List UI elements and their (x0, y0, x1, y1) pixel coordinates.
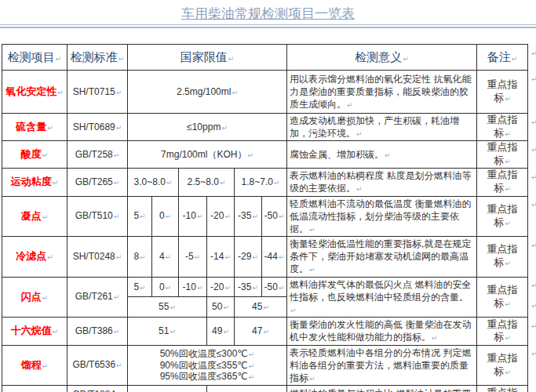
table-row: 馏程 GB/T6536 50%回收温度≤300℃ 90%回收温度≤355℃ 95… (2, 345, 536, 386)
table-row: 酸度 GB/T258 7mg/100ml（KOH） 腐蚀金属、增加积碳。 重点指… (2, 141, 536, 169)
row-cetane-label: 十六烷值 (2, 318, 67, 345)
row-pourpoint-limit-5: -35 (235, 196, 262, 237)
row-flashpoint-grade-1: 5 (128, 277, 152, 297)
row-oxidation-limit: 2.5mg/100ml (128, 71, 287, 114)
row-oxidation-label: 氧化安定性 (2, 71, 67, 114)
row-distillation-standard: GB/T6536 (67, 345, 128, 386)
row-cetane-remark: 重点指标 (477, 318, 528, 345)
row-cfpp-limit-3: -5 (179, 237, 207, 278)
row-acidity-remark: 重点指标 (477, 141, 528, 169)
row-acidity-meaning: 腐蚀金属、增加积碳。 (287, 141, 477, 169)
row-flashpoint-limit-1: 55 (128, 297, 207, 318)
row-flashpoint-grade-4: -20 (207, 277, 235, 297)
row-viscosity-limit-1: 3.0~8.0 (128, 169, 179, 196)
row-cfpp-limit-1: 8 (128, 237, 152, 278)
col-header-meaning: 检测意义 (287, 45, 477, 71)
diesel-test-table: 检测项目 检测标准 国家限值 检测意义 备注 氧化安定性 SH/T0715 2.… (2, 44, 536, 392)
row-pourpoint-remark: 重点指标 (477, 196, 528, 237)
row-cetane-meaning: 衡量柴油的发火性能的高低 衡量柴油在发动机中发火性能和做功能力的指标。 (287, 318, 477, 345)
row-sulfur-limit: ≤10ppm (128, 114, 287, 141)
row-viscosity-limit-3: 1.8~7.0 (235, 169, 287, 196)
row-cetane-standard: GB/T386 (67, 318, 128, 345)
table-row: 凝点 GB/T510 5 0 -10 -20 -35 -50 轻质燃料油不流动的… (2, 196, 536, 237)
row-viscosity-meaning: 表示燃料油的粘稠程度 粘度是划分燃料油等级的主要依据。 (287, 169, 477, 196)
end-of-row-mark (528, 169, 536, 196)
row-pourpoint-limit-6: -50 (262, 196, 287, 237)
table-row: 密度 GB/T1884 GB/T1885 810~850 790~840 燃料油… (2, 386, 536, 392)
col-header-limit: 国家限值 (128, 45, 287, 71)
row-flashpoint-limit-2: 50 (207, 297, 235, 318)
end-of-row-mark (528, 318, 536, 345)
row-distillation-limit: 50%回收温度≤300℃ 90%回收温度≤355℃ 95%回收温度≤365℃ (128, 345, 287, 386)
row-viscosity-limit-2: 2.5~8.0 (179, 169, 235, 196)
row-cfpp-limit-6: -44 (262, 237, 287, 278)
row-cfpp-limit-4: -14 (207, 237, 235, 278)
row-viscosity-label: 运动粘度 (2, 169, 67, 196)
end-of-row-mark (528, 277, 536, 297)
row-pourpoint-label: 凝点 (2, 196, 67, 237)
row-flashpoint-label: 闪点 (2, 277, 67, 318)
row-sulfur-meaning: 造成发动机磨损加快，产生积碳，耗油增加，污染环境。 (287, 114, 477, 141)
row-density-limit-1: 810~850 (128, 386, 207, 392)
end-of-row-mark (528, 45, 536, 71)
title-divider (0, 24, 536, 28)
row-density-label: 密度 (2, 386, 67, 392)
row-cfpp-standard: SH/T0248 (67, 237, 128, 278)
row-distillation-remark: 重点指标 (477, 345, 528, 386)
row-cfpp-label: 冷滤点 (2, 237, 67, 278)
row-pourpoint-limit-4: -20 (207, 196, 235, 237)
row-viscosity-standard: GB/T265 (67, 169, 128, 196)
row-density-remark: 重点指标 (477, 386, 528, 392)
row-flashpoint-grade-5: -35 (235, 277, 262, 297)
row-flashpoint-meaning: 燃料油挥发气体的最低闪火点 燃料油的安全性指标，也反映燃料油中轻质组分的含量。 (287, 277, 477, 318)
row-cfpp-meaning: 衡量轻柴油低温性能的重要指标,就是在规定条件下，柴油开始堵塞发动机滤网的最高温度… (287, 237, 477, 278)
row-flashpoint-grade-2: 0 (152, 277, 179, 297)
row-acidity-limit: 7mg/100ml（KOH） (128, 141, 287, 169)
col-header-item: 检测项目 (2, 45, 67, 71)
end-of-row-mark (528, 196, 536, 237)
row-viscosity-remark: 重点指标 (477, 169, 528, 196)
row-acidity-label: 酸度 (2, 141, 67, 169)
end-of-row-mark (528, 141, 536, 169)
row-oxidation-standard: SH/T0715 (67, 71, 128, 114)
row-pourpoint-standard: GB/T510 (67, 196, 128, 237)
row-sulfur-standard: SH/T0689 (67, 114, 128, 141)
row-density-meaning: 燃料油的质量与体积之比 燃料油计量的重要依据，也是衡量燃料油组分的重要指标 (287, 386, 477, 392)
end-of-row-mark (528, 237, 536, 278)
row-distillation-label: 馏程 (2, 345, 67, 386)
row-pourpoint-limit-3: -10 (179, 196, 207, 237)
row-cfpp-limit-5: -29 (235, 237, 262, 278)
end-of-row-mark (528, 297, 536, 318)
end-of-row-mark (528, 71, 536, 114)
end-of-row-mark (528, 386, 536, 392)
row-oxidation-remark: 重点指标 (477, 71, 528, 114)
row-density-standard: GB/T1884 GB/T1885 (67, 386, 128, 392)
table-row: 运动粘度 GB/T265 3.0~8.0 2.5~8.0 1.8~7.0 表示燃… (2, 169, 536, 196)
end-of-row-mark (528, 114, 536, 141)
row-flashpoint-grade-6: -50 (262, 277, 287, 297)
col-header-remark: 备注 (477, 45, 528, 71)
row-pourpoint-limit-1: 5 (128, 196, 152, 237)
row-cetane-limit-1: 51 (128, 318, 207, 345)
table-row: 十六烷值 GB/T386 51 49 47 衡量柴油的发火性能的高低 衡量柴油在… (2, 318, 536, 345)
table-row: 闪点 GB/T261 5 0 -10 -20 -35 -50 燃料油挥发气体的最… (2, 277, 536, 297)
row-flashpoint-standard: GB/T261 (67, 277, 128, 318)
row-cfpp-remark: 重点指标 (477, 237, 528, 278)
row-distillation-meaning: 表示轻质燃料油中各组分的分布情况 判定燃料油各组分的重要方法，燃料油重要的质量指… (287, 345, 477, 386)
row-oxidation-meaning: 用以表示馏分燃料油的氧化安定性 抗氧化能力是柴油的重要质量指标，能反映柴油的胶质… (287, 71, 477, 114)
row-cetane-limit-3: 47 (235, 318, 287, 345)
col-header-standard: 检测标准 (67, 45, 128, 71)
row-pourpoint-meaning: 轻质燃料油不流动的最低温度 衡量燃料油的低温流动性指标，划分柴油等级的主要依据。 (287, 196, 477, 237)
row-flashpoint-grade-3: -10 (179, 277, 207, 297)
table-row: 冷滤点 SH/T0248 8 4 -5 -14 -29 -44 衡量轻柴油低温性… (2, 237, 536, 278)
row-density-limit-2: 790~840 (207, 386, 287, 392)
row-flashpoint-limit-3: 45 (235, 297, 287, 318)
table-row: 氧化安定性 SH/T0715 2.5mg/100ml 用以表示馏分燃料油的氧化安… (2, 71, 536, 114)
document-title: 车用柴油常规检测项目一览表 (0, 5, 536, 24)
row-cetane-limit-2: 49 (207, 318, 235, 345)
row-cfpp-limit-2: 4 (152, 237, 179, 278)
row-sulfur-label: 硫含量 (2, 114, 67, 141)
row-sulfur-remark: 重点指标 (477, 114, 528, 141)
row-acidity-standard: GB/T258 (67, 141, 128, 169)
end-of-row-mark (528, 345, 536, 386)
